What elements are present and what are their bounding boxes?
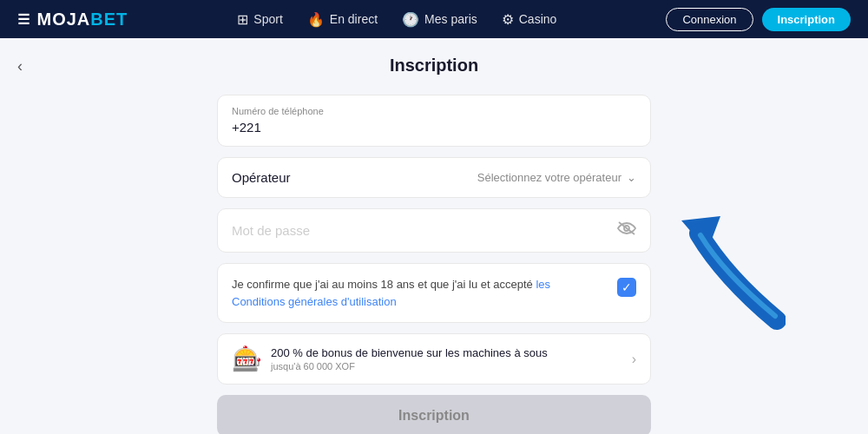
bonus-field[interactable]: 🎰 200 % de bonus de bienvenue sur les ma…	[217, 333, 651, 385]
password-placeholder: Mot de passe	[232, 223, 310, 238]
operator-select-text: Sélectionnez votre opérateur ⌄	[477, 171, 636, 184]
password-field[interactable]: Mot de passe	[217, 208, 651, 253]
bonus-icon: 🎰	[232, 345, 262, 373]
bonus-info: 200 % de bonus de bienvenue sur les mach…	[271, 346, 548, 372]
bonus-subtitle: jusqu'à 60 000 XOF	[271, 361, 548, 372]
en-direct-icon: 🔥	[307, 11, 325, 28]
operator-field[interactable]: Opérateur Sélectionnez votre opérateur ⌄	[217, 157, 651, 198]
mes-paris-icon: 🕐	[402, 11, 419, 28]
eye-icon[interactable]	[617, 221, 636, 240]
casino-icon: ⚙	[502, 11, 514, 28]
phone-field[interactable]: Numéro de téléphone +221	[217, 95, 651, 147]
nav-label-sport: Sport	[253, 12, 282, 26]
nav-item-casino[interactable]: ⚙ Casino	[502, 11, 557, 28]
phone-value: +221	[232, 120, 261, 135]
logo-text: MOJABET	[37, 10, 128, 30]
terms-field: Je confirme que j'ai au moins 18 ans et …	[217, 263, 651, 323]
logo: ☰ MOJABET	[17, 10, 128, 30]
operator-chevron-icon: ⌄	[627, 171, 636, 184]
terms-text: Je confirme que j'ai au moins 18 ans et …	[232, 276, 617, 310]
terms-checkbox[interactable]: ✓	[617, 278, 636, 297]
phone-label: Numéro de téléphone	[232, 106, 636, 116]
nav-label-casino: Casino	[519, 12, 557, 26]
bonus-chevron-icon: ›	[632, 352, 636, 367]
page-title: Inscription	[0, 56, 868, 76]
bonus-left: 🎰 200 % de bonus de bienvenue sur les ma…	[232, 345, 548, 373]
arrow-annotation	[673, 207, 786, 341]
bonus-title: 200 % de bonus de bienvenue sur les mach…	[271, 346, 548, 359]
nav-item-en-direct[interactable]: 🔥 En direct	[307, 11, 378, 28]
back-button[interactable]: ‹	[17, 57, 23, 76]
nav-item-mes-paris[interactable]: 🕐 Mes paris	[402, 11, 477, 28]
nav-label-mes-paris: Mes paris	[424, 12, 477, 26]
svg-marker-2	[681, 216, 720, 251]
terms-text-before: Je confirme que j'ai au moins 18 ans et …	[232, 278, 536, 291]
nav-item-sport[interactable]: ⊞ Sport	[237, 11, 282, 28]
sport-icon: ⊞	[237, 11, 248, 28]
header-inscription-button[interactable]: Inscription	[762, 8, 851, 31]
submit-button[interactable]: Inscription	[217, 395, 651, 434]
connexion-button[interactable]: Connexion	[666, 8, 753, 31]
header: ☰ MOJABET ⊞ Sport 🔥 En direct 🕐 Mes pari…	[0, 0, 868, 38]
nav-label-en-direct: En direct	[330, 12, 378, 26]
inscription-form: Numéro de téléphone +221 Opérateur Sélec…	[217, 95, 651, 434]
main-content: ‹ Inscription Numéro de téléphone +221 O…	[0, 38, 868, 434]
operator-placeholder: Sélectionnez votre opérateur	[477, 171, 621, 184]
hamburger-icon[interactable]: ☰	[17, 11, 30, 28]
header-actions: Connexion Inscription	[666, 8, 851, 31]
operator-label: Opérateur	[232, 170, 291, 185]
main-nav: ⊞ Sport 🔥 En direct 🕐 Mes paris ⚙ Casino	[155, 11, 638, 28]
checkbox-wrapper[interactable]: ✓	[617, 276, 636, 297]
